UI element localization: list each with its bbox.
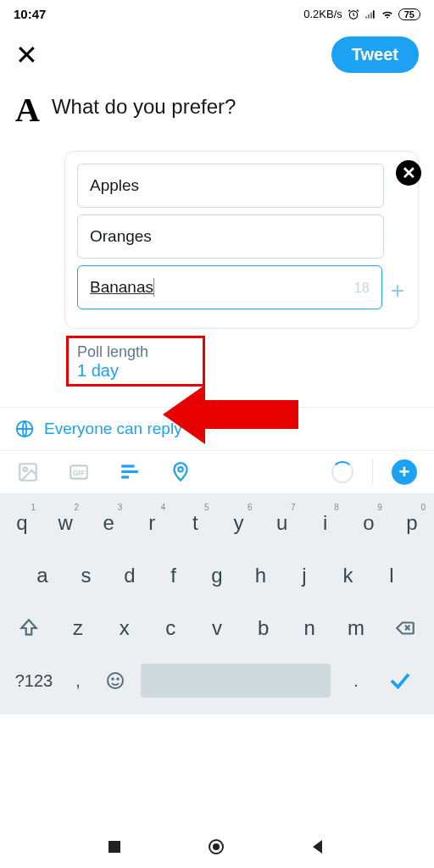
status-bar: 10:47 0.2KB/s 75 [0,0,434,25]
key-g[interactable]: g [198,554,236,598]
key-r[interactable]: r4 [133,501,170,545]
shift-key[interactable] [3,606,54,650]
tweet-text-input[interactable]: What do you prefer? [52,93,236,127]
poll-icon[interactable] [119,461,141,483]
key-s[interactable]: s [68,554,105,598]
remove-poll-button[interactable]: ✕ [396,160,421,186]
key-a[interactable]: a [24,554,61,598]
svg-rect-6 [121,465,134,467]
period-key[interactable]: . [337,659,375,703]
key-y[interactable]: y6 [220,501,258,545]
key-d[interactable]: d [111,554,148,598]
key-f[interactable]: f [155,554,192,598]
poll-card: ✕ Apples Oranges Bananas 18 + [64,151,419,329]
space-key[interactable] [141,664,331,698]
key-h[interactable]: h [242,554,280,598]
image-icon[interactable] [17,461,39,483]
status-right: 0.2KB/s 75 [303,8,420,20]
poll-choice-3[interactable]: Bananas 18 [77,265,382,309]
poll-choice-2[interactable]: Oranges [77,214,384,259]
svg-point-3 [24,468,27,471]
svg-point-11 [112,678,114,680]
toolbar-separator [372,459,373,485]
emoji-key[interactable] [97,659,134,703]
reply-setting-label: Everyone can reply [44,420,182,438]
tweet-button[interactable]: Tweet [331,36,419,73]
svg-text:GIF: GIF [73,469,85,477]
poll-length-label: Poll length [77,343,194,361]
add-thread-button[interactable]: + [392,459,417,485]
svg-point-15 [213,843,220,850]
symbols-key[interactable]: ?123 [8,659,59,703]
alarm-icon [348,8,359,20]
comma-key[interactable]: , [59,659,97,703]
compose-toolbar: GIF + [0,451,434,494]
key-n[interactable]: n [291,606,328,650]
signal-icon [364,8,376,20]
poll-length-value: 1 day [77,361,194,381]
backspace-key[interactable] [380,606,431,650]
key-p[interactable]: p0 [393,501,431,545]
key-b[interactable]: b [245,606,282,650]
compose-header: ✕ Tweet [0,25,434,85]
wifi-icon [381,8,393,20]
svg-point-10 [108,673,123,688]
nav-home-button[interactable] [207,837,225,860]
svg-rect-13 [108,841,120,853]
key-t[interactable]: t5 [176,501,214,545]
nav-recent-button[interactable] [107,839,122,858]
key-o[interactable]: o9 [350,501,387,545]
key-u[interactable]: u7 [264,501,301,545]
key-c[interactable]: c [152,606,189,650]
svg-rect-8 [121,476,129,478]
avatar: A [15,93,40,127]
close-button[interactable]: ✕ [15,42,38,69]
poll-choice-3-text: Bananas [90,278,154,297]
gif-icon[interactable]: GIF [68,461,90,483]
keyboard: q1w2e3r4t5y6u7i8o9p0 asdfghjkl zxcvbnm ?… [0,494,434,715]
status-speed: 0.2KB/s [303,8,342,20]
key-v[interactable]: v [198,606,236,650]
key-j[interactable]: j [286,554,323,598]
key-w[interactable]: w2 [47,501,84,545]
globe-icon [15,420,34,438]
enter-key[interactable] [375,659,426,703]
location-icon[interactable] [170,461,192,483]
key-m[interactable]: m [337,606,375,650]
svg-point-12 [117,678,119,680]
char-count: 18 [354,281,370,296]
status-time: 10:47 [14,7,46,21]
poll-choice-1[interactable]: Apples [77,164,384,208]
key-l[interactable]: l [373,554,410,598]
battery-icon: 75 [398,8,420,20]
compose-area: A What do you prefer? [0,85,434,127]
key-x[interactable]: x [106,606,143,650]
character-count-ring [331,461,353,483]
nav-back-button[interactable] [310,838,327,859]
svg-point-9 [178,467,182,471]
key-k[interactable]: k [330,554,367,598]
poll-length-setting[interactable]: Poll length 1 day [66,336,205,387]
key-q[interactable]: q1 [3,501,41,545]
key-i[interactable]: i8 [307,501,344,545]
key-e[interactable]: e3 [90,501,127,545]
annotation-arrow-icon [163,385,298,444]
system-nav-bar [0,829,434,868]
key-z[interactable]: z [59,606,97,650]
add-choice-button[interactable]: + [387,277,408,304]
svg-rect-7 [121,470,138,473]
